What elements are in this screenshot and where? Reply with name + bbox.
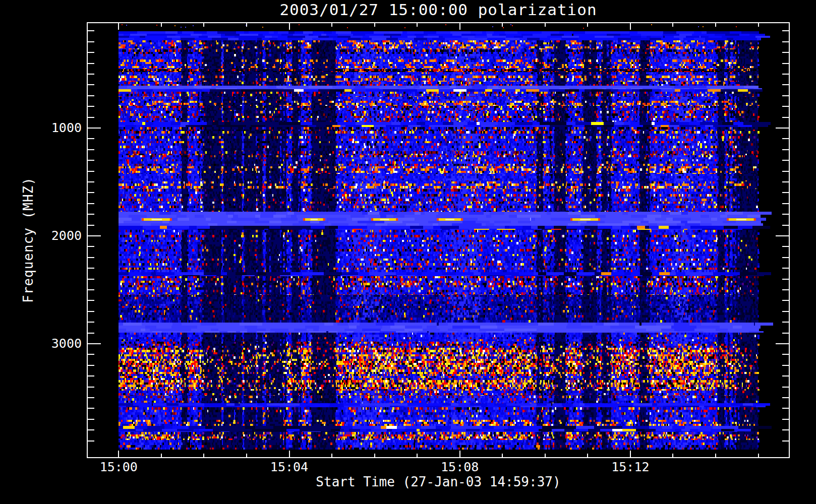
y-axis-major-tick-right xyxy=(776,343,789,344)
y-axis-minor-tick-right xyxy=(782,440,789,442)
x-axis-major-tick xyxy=(459,451,460,457)
x-axis-minor-tick-top xyxy=(672,23,673,27)
y-axis-minor-tick-right xyxy=(782,106,789,107)
y-axis-minor-tick-right xyxy=(782,160,789,161)
y-axis-minor-tick xyxy=(88,74,94,75)
x-axis-minor-tick xyxy=(417,454,418,457)
y-axis-minor-tick-right xyxy=(782,387,789,388)
y-axis-minor-tick xyxy=(88,30,94,31)
x-axis-minor-tick xyxy=(587,454,588,457)
x-axis-major-tick-top xyxy=(630,23,631,30)
x-axis-minor-tick-top xyxy=(246,23,247,27)
x-axis-major-tick xyxy=(289,451,290,457)
x-axis-minor-tick xyxy=(715,454,716,457)
x-axis-major-tick xyxy=(118,451,119,457)
y-axis-minor-tick-right xyxy=(782,149,789,150)
y-axis-minor-tick-right xyxy=(782,311,789,312)
x-axis-minor-tick-top xyxy=(203,23,204,27)
y-axis-minor-tick xyxy=(88,84,94,85)
y-axis-minor-tick-right xyxy=(782,138,789,139)
y-tick-label: 2000 xyxy=(11,228,82,243)
y-axis-minor-tick xyxy=(88,138,94,139)
y-axis-minor-tick-right xyxy=(782,171,789,172)
x-axis-title: Start Time (27-Jan-03 14:59:37) xyxy=(87,474,790,489)
x-axis-minor-tick-top xyxy=(545,23,546,27)
y-axis-minor-tick xyxy=(88,214,94,215)
y-axis-minor-tick-right xyxy=(782,225,789,226)
y-axis-minor-tick-right xyxy=(782,74,789,75)
y-axis-minor-tick-right xyxy=(782,397,789,398)
x-axis-minor-tick-top xyxy=(417,23,418,27)
y-axis-minor-tick xyxy=(88,300,94,301)
y-axis-minor-tick xyxy=(88,311,94,312)
y-axis-minor-tick-right xyxy=(782,41,789,42)
chart-title: 2003/01/27 15:00:00 polarization xyxy=(87,1,790,19)
y-axis-major-tick xyxy=(88,235,101,236)
x-axis-minor-tick xyxy=(161,454,162,457)
x-axis-minor-tick-top xyxy=(374,23,375,27)
y-axis-minor-tick-right xyxy=(782,246,789,247)
y-axis-minor-tick xyxy=(88,52,94,53)
x-axis-minor-tick xyxy=(203,454,204,457)
y-axis-minor-tick xyxy=(88,117,94,118)
x-axis-minor-tick-top xyxy=(331,23,332,27)
x-axis-major-tick-top xyxy=(289,23,290,30)
x-axis-minor-tick-top xyxy=(587,23,588,27)
x-axis-minor-tick-top xyxy=(161,23,162,27)
y-axis-minor-tick-right xyxy=(782,354,789,355)
y-axis-minor-tick xyxy=(88,365,94,366)
plot-frame xyxy=(87,22,790,458)
y-axis-major-tick-right xyxy=(776,128,789,129)
x-tick-label: 15:12 xyxy=(585,460,676,474)
y-axis-minor-tick xyxy=(88,408,94,409)
y-axis-minor-tick xyxy=(88,268,94,269)
y-axis-minor-tick xyxy=(88,440,94,442)
y-axis-minor-tick xyxy=(88,429,94,430)
y-axis-major-tick xyxy=(88,128,101,129)
y-axis-minor-tick-right xyxy=(782,95,789,96)
y-axis-minor-tick-right xyxy=(782,429,789,430)
y-axis-minor-tick-right xyxy=(782,203,789,204)
x-axis-minor-tick-top xyxy=(502,23,503,27)
y-axis-minor-tick xyxy=(88,203,94,204)
x-axis-minor-tick-top xyxy=(715,23,716,27)
y-axis-minor-tick xyxy=(88,322,94,323)
x-axis-major-tick-top xyxy=(459,23,460,30)
y-axis-minor-tick-right xyxy=(782,365,789,366)
y-axis-minor-tick-right xyxy=(782,214,789,215)
y-axis-minor-tick-right xyxy=(782,192,789,193)
y-axis-minor-tick-right xyxy=(782,181,789,182)
y-axis-minor-tick-right xyxy=(782,375,789,376)
spectrogram-page: 2003/01/27 15:00:00 polarization Frequen… xyxy=(0,0,816,504)
y-axis-minor-tick xyxy=(88,95,94,96)
y-axis-minor-tick-right xyxy=(782,322,789,323)
x-axis-minor-tick xyxy=(502,454,503,457)
x-axis-minor-tick xyxy=(545,454,546,457)
x-axis-minor-tick xyxy=(672,454,673,457)
y-axis-minor-tick-right xyxy=(782,268,789,269)
y-axis-minor-tick xyxy=(88,106,94,107)
y-axis-minor-tick xyxy=(88,225,94,226)
x-axis-major-tick xyxy=(630,451,631,457)
y-axis-minor-tick xyxy=(88,279,94,280)
y-axis-minor-tick-right xyxy=(782,333,789,334)
y-axis-minor-tick xyxy=(88,192,94,193)
y-axis-major-tick xyxy=(88,343,101,344)
y-axis-minor-tick xyxy=(88,41,94,42)
x-tick-label: 15:00 xyxy=(73,460,164,474)
y-axis-minor-tick xyxy=(88,63,94,64)
y-axis-minor-tick xyxy=(88,160,94,161)
y-axis-minor-tick-right xyxy=(782,419,789,420)
y-axis-minor-tick-right xyxy=(782,257,789,258)
y-axis-minor-tick xyxy=(88,354,94,355)
y-axis-minor-tick-right xyxy=(782,84,789,85)
y-axis-minor-tick-right xyxy=(782,52,789,53)
y-axis-minor-tick xyxy=(88,181,94,182)
x-axis-minor-tick xyxy=(331,454,332,457)
y-axis-minor-tick xyxy=(88,387,94,388)
y-axis-minor-tick-right xyxy=(782,408,789,409)
y-axis-minor-tick-right xyxy=(782,289,789,290)
y-axis-minor-tick xyxy=(88,171,94,172)
x-axis-minor-tick xyxy=(374,454,375,457)
x-axis-minor-tick xyxy=(246,454,247,457)
